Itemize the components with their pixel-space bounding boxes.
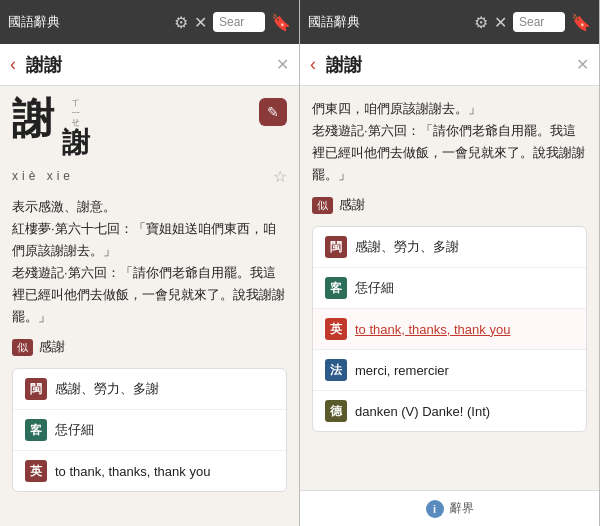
min-text-right: 感謝、勞力、多謝 [355,238,459,256]
right-search-term: 謝謝 [326,53,576,77]
gear-icon[interactable]: ⚙ [174,13,188,32]
right-panel: 國語辭典 ⚙ ✕ Sear 🔖 ‹ 謝謝 ✕ 們東四，咱們原該謝謝去。」 老殘遊… [300,0,600,526]
left-app-title: 國語辭典 [8,13,168,31]
eng-badge-right: 英 [325,318,347,340]
bottom-label-right: 辭界 [450,500,474,517]
eng-text-right: to thank, thanks, thank you [355,322,510,337]
fra-text-right: merci, remercier [355,363,449,378]
scrolled-text-right: 們東四，咱們原該謝謝去。」 老殘遊記·第六回：「請你們老爺自用罷。我這裡已經叫他… [312,98,587,186]
left-panel: 國語辭典 ⚙ ✕ Sear 🔖 ‹ 謝謝 ✕ 謝 ㄒ ㄧ ㄝ 謝 ✎ xiè [0,0,300,526]
eng-badge-left: 英 [25,460,47,482]
deu-text-right: danken (V) Danke! (Int) [355,404,490,419]
clear-icon-right[interactable]: ✕ [576,55,589,74]
lang-section-right: 閩 感謝、勞力、多謝 客 恁仔細 英 to thank, thanks, tha… [312,226,587,432]
hak-text-right: 恁仔細 [355,279,394,297]
definition-left: 表示感激、謝意。 紅樓夢·第六十七回：「寶姐姐送咱們東西，咱們原該謝謝去。」 老… [12,196,287,329]
left-search-term: 謝謝 [26,53,276,77]
lang-section-left: 閩 感謝、勞力、多謝 客 恁仔細 英 to thank, thanks, tha… [12,368,287,492]
min-badge-left: 閩 [25,378,47,400]
similar-badge-right: 似 [312,197,333,214]
eng-text-left: to thank, thanks, thank you [55,464,210,479]
ruby-char-1: 謝 [62,128,90,159]
fra-badge-right: 法 [325,359,347,381]
pinyin-text-left: xiè xie [12,169,74,183]
lang-row-eng-right[interactable]: 英 to thank, thanks, thank you [313,309,586,350]
pin-icon-right[interactable]: ✕ [494,13,507,32]
min-badge-right: 閩 [325,236,347,258]
right-content: 們東四，咱們原該謝謝去。」 老殘遊記·第六回：「請你們老爺自用罷。我這裡已經叫他… [300,86,599,490]
deu-badge-right: 德 [325,400,347,422]
word-header-left: 謝 ㄒ ㄧ ㄝ 謝 ✎ [12,98,287,159]
lang-row-deu-right[interactable]: 德 danken (V) Danke! (Int) [313,391,586,431]
info-button-right[interactable]: i 辭界 [426,500,474,518]
similar-row-left: 似 感謝 [12,338,287,356]
left-search-header: ‹ 謝謝 ✕ [0,44,299,86]
right-topbar: 國語辭典 ⚙ ✕ Sear 🔖 [300,0,599,44]
min-text-left: 感謝、勞力、多謝 [55,380,159,398]
left-search-box[interactable]: Sear [213,12,265,32]
edit-button-left[interactable]: ✎ [259,98,287,126]
lang-row-fra-right[interactable]: 法 merci, remercier [313,350,586,391]
back-arrow-left[interactable]: ‹ [10,54,16,75]
ruby-group-1: ㄒ ㄧ ㄝ 謝 [62,98,90,159]
similar-row-right: 似 感謝 [312,196,587,214]
lang-row-min-left[interactable]: 閩 感謝、勞力、多謝 [13,369,286,410]
lang-row-eng-left[interactable]: 英 to thank, thanks, thank you [13,451,286,491]
similar-badge-left: 似 [12,339,33,356]
gear-icon-right[interactable]: ⚙ [474,13,488,32]
similar-text-right: 感謝 [339,196,365,214]
hak-badge-right: 客 [325,277,347,299]
right-bottom-bar: i 辭界 [300,490,599,526]
left-topbar: 國語辭典 ⚙ ✕ Sear 🔖 [0,0,299,44]
left-content: 謝 ㄒ ㄧ ㄝ 謝 ✎ xiè xie ☆ 表示感激、謝意。 紅樓夢·第六十七回… [0,86,299,526]
ruby-block-left: ㄒ ㄧ ㄝ 謝 [62,98,90,159]
lang-row-hak-left[interactable]: 客 恁仔細 [13,410,286,451]
big-char-left: 謝 [12,98,54,140]
right-app-title: 國語辭典 [308,13,468,31]
pin-icon[interactable]: ✕ [194,13,207,32]
hak-text-left: 恁仔細 [55,421,94,439]
right-search-header: ‹ 謝謝 ✕ [300,44,599,86]
star-icon-left[interactable]: ☆ [273,167,287,186]
lang-row-min-right[interactable]: 閩 感謝、勞力、多謝 [313,227,586,268]
bookmark-icon-right[interactable]: 🔖 [571,13,591,32]
right-search-box[interactable]: Sear [513,12,565,32]
hak-badge-left: 客 [25,419,47,441]
info-circle-icon: i [426,500,444,518]
back-arrow-right[interactable]: ‹ [310,54,316,75]
bookmark-icon-left[interactable]: 🔖 [271,13,291,32]
lang-row-hak-right[interactable]: 客 恁仔細 [313,268,586,309]
clear-icon-left[interactable]: ✕ [276,55,289,74]
similar-text-left: 感謝 [39,338,65,356]
pinyin-row-left: xiè xie ☆ [12,167,287,186]
